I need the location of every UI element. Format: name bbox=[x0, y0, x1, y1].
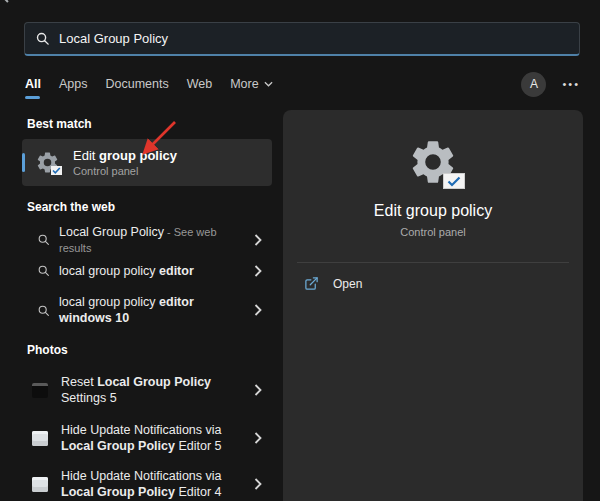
photo-title: Hide Update Notifications via Local Grou… bbox=[61, 468, 254, 500]
search-icon bbox=[35, 31, 50, 46]
photo-thumbnail bbox=[32, 431, 48, 446]
tab-apps[interactable]: Apps bbox=[58, 75, 89, 93]
chevron-right-icon[interactable] bbox=[254, 304, 262, 316]
search-icon bbox=[37, 233, 50, 246]
search-icon bbox=[37, 304, 50, 317]
open-action[interactable]: Open bbox=[283, 263, 583, 304]
chevron-right-icon[interactable] bbox=[254, 478, 262, 490]
account-avatar[interactable]: A bbox=[521, 72, 546, 97]
preview-subtitle: Control panel bbox=[400, 226, 465, 238]
best-match-subtitle: Control panel bbox=[73, 165, 177, 177]
search-input[interactable]: Local Group Policy bbox=[24, 22, 580, 56]
chevron-right-icon[interactable] bbox=[254, 432, 262, 444]
suggestion-text: local group policy editor windows 10 bbox=[59, 294, 245, 326]
gear-check-icon bbox=[35, 150, 60, 175]
tab-web[interactable]: Web bbox=[186, 75, 213, 93]
tab-documents[interactable]: Documents bbox=[104, 75, 169, 93]
gear-check-icon-large bbox=[407, 136, 459, 188]
web-suggestion-row[interactable]: local group policy editor windows 10 bbox=[22, 288, 272, 332]
more-options-icon[interactable]: ••• bbox=[562, 78, 580, 90]
photo-thumbnail bbox=[32, 383, 48, 398]
photo-result-row[interactable]: Hide Update Notifications via Local Grou… bbox=[22, 462, 272, 501]
chevron-right-icon[interactable] bbox=[254, 265, 262, 277]
photos-header: Photos bbox=[27, 343, 68, 357]
photo-result-row[interactable]: Reset Local Group Policy Settings 5 bbox=[22, 368, 272, 412]
photo-thumbnail bbox=[32, 477, 48, 492]
web-suggestion-row[interactable]: Local Group Policy - See web results bbox=[22, 224, 272, 255]
photo-result-row[interactable]: Hide Update Notifications via Local Grou… bbox=[22, 416, 272, 460]
chevron-right-icon[interactable] bbox=[254, 234, 262, 246]
photo-title: Reset Local Group Policy Settings 5 bbox=[61, 374, 254, 406]
best-match-title: Edit group policy bbox=[73, 148, 177, 164]
best-match-result-edit-group-policy[interactable]: Edit group policy Control panel bbox=[22, 139, 272, 186]
open-label: Open bbox=[333, 277, 362, 291]
preview-title: Edit group policy bbox=[374, 202, 492, 220]
open-external-icon bbox=[304, 276, 319, 291]
window-corner-artifact bbox=[0, 0, 9, 3]
tab-all[interactable]: All bbox=[24, 75, 42, 93]
suggestion-text: Local Group Policy - See web results bbox=[59, 224, 245, 256]
preview-panel: Edit group policy Control panel Open bbox=[283, 110, 583, 501]
checkmark-badge-icon bbox=[443, 173, 465, 189]
web-suggestion-row[interactable]: local group policy editor bbox=[22, 255, 272, 286]
photo-title: Hide Update Notifications via Local Grou… bbox=[61, 422, 254, 454]
search-filter-tabs: All Apps Documents Web More A ••• bbox=[24, 71, 580, 97]
best-match-header: Best match bbox=[27, 117, 92, 131]
selection-accent-bar bbox=[22, 153, 25, 172]
tab-more[interactable]: More bbox=[229, 75, 273, 93]
suggestion-text: local group policy editor bbox=[59, 263, 245, 279]
chevron-down-icon bbox=[264, 81, 273, 87]
chevron-right-icon[interactable] bbox=[254, 384, 262, 396]
search-icon bbox=[37, 264, 50, 277]
search-web-header: Search the web bbox=[27, 200, 115, 214]
search-query-text: Local Group Policy bbox=[59, 31, 168, 46]
